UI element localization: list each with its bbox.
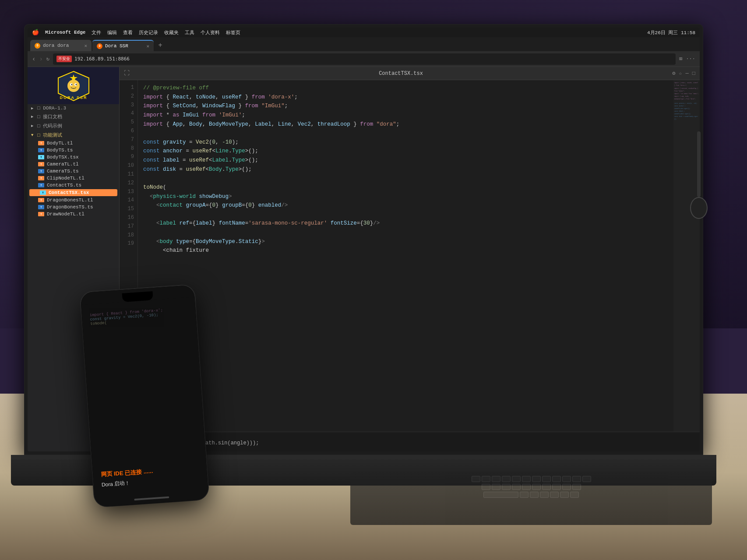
line-num-2: 2 — [120, 92, 137, 101]
new-tab-button[interactable]: + — [155, 40, 166, 51]
tree-item-dragonbonests[interactable]: T DragonBonesTS.ts — [28, 204, 119, 211]
tab-close-1[interactable]: ✕ — [84, 43, 87, 49]
reload-button[interactable]: ↻ — [46, 56, 49, 62]
back-button[interactable]: ‹ — [32, 56, 35, 63]
mic-cable — [697, 131, 701, 197]
menu-edge[interactable]: Microsoft Edge — [45, 30, 85, 35]
line-num-8: 8 — [120, 144, 137, 153]
ts-file-icon: T — [38, 205, 44, 209]
line-num-10: 10 — [120, 162, 137, 170]
tl-file-icon: T — [38, 198, 44, 202]
tab-dora-ssr[interactable]: D Dora SSR ✕ — [92, 40, 154, 51]
tree-item-camerats[interactable]: T CameraTS.ts — [28, 168, 119, 175]
tree-item-label: □ 功能测试 — [37, 132, 62, 138]
tree-item-contactts[interactable]: T ContactTS.ts — [28, 182, 119, 189]
expand-icon[interactable]: ⛶ — [124, 70, 130, 77]
code-line-5: import { App, Body, BodyMoveType, Label,… — [143, 120, 668, 129]
tree-item-cameratl[interactable]: T CameraTL.tl — [28, 161, 119, 168]
code-line-16: <label ref={label} fontName='sarasa-mono… — [143, 219, 668, 228]
tree-item-drawnodetl[interactable]: T DrawNodeTL.tl — [28, 211, 119, 218]
address-bar: ‹ › ↻ 不安全 192.168.89.151:8866 ⊞ ··· — [28, 51, 700, 67]
bottom-code-strip: t; i(angle), radius * math.sin(angle))); — [120, 432, 700, 451]
forward-button[interactable]: › — [39, 56, 42, 63]
line-num-5: 5 — [120, 118, 137, 127]
line-num-12: 12 — [120, 179, 137, 188]
menu-favorites[interactable]: 收藏夹 — [164, 29, 179, 36]
tree-item-label: CameraTL.tl — [47, 162, 79, 167]
code-content[interactable]: // @preview-file off import { React, toN… — [138, 80, 673, 432]
code-line-4: import * as ImGui from 'ImGui'; — [143, 111, 668, 120]
minimize-icon[interactable]: ─ — [686, 70, 689, 77]
tree-item-bodytsx[interactable]: T BodyTSX.tsx — [28, 154, 119, 161]
tab-close-2[interactable]: ✕ — [146, 43, 149, 49]
line-num-16: 16 — [120, 214, 137, 222]
tree-item-contacttsx[interactable]: T ContactTSX.tsx — [29, 189, 117, 196]
tree-item-code-examples[interactable]: ▶ □ 代码示例 — [28, 121, 119, 130]
tree-item-bodyts[interactable]: T BodyTS.ts — [28, 147, 119, 154]
tree-item-dragonbonestl[interactable]: T DragonBonesTL.tl — [28, 197, 119, 204]
tsx-file-icon: T — [40, 190, 46, 195]
tree-item-clipnodetl[interactable]: T ClipNodeTL.tl — [28, 175, 119, 182]
browser-menu-icon[interactable]: ··· — [686, 56, 695, 62]
tree-arrow-icon: ▶ — [31, 114, 35, 119]
tree-item-feature-tests[interactable]: ▼ □ 功能测试 — [28, 130, 119, 140]
menu-view[interactable]: 查看 — [123, 29, 133, 36]
tree-item-label: BodyTL.tl — [47, 141, 73, 146]
maximize-icon[interactable]: □ — [692, 70, 695, 77]
line-num-4: 4 — [120, 109, 137, 118]
address-field[interactable]: 不安全 192.168.89.151:8866 — [53, 53, 676, 65]
browser-settings-icon[interactable]: ⊞ — [679, 56, 682, 62]
phone-code-preview: import { React } from 'dora-x'; const gr… — [90, 306, 198, 462]
code-line-8: const anchor = useRef<Line.Type>(); — [143, 147, 668, 156]
tl-file-icon: T — [38, 162, 44, 166]
dora-logo: DORA SSR — [54, 69, 93, 102]
line-num-17: 17 — [120, 222, 137, 231]
menu-file[interactable]: 文件 — [92, 29, 101, 36]
line-num-1: 1 — [120, 84, 137, 92]
menu-edit[interactable]: 编辑 — [107, 29, 117, 36]
tree-item-label: CameraTS.ts — [47, 169, 79, 174]
laptop-keyboard-visible — [350, 472, 712, 525]
tree-item-label: BodyTSX.tsx — [47, 155, 79, 160]
security-badge: 不安全 — [56, 56, 72, 62]
code-line-10: const disk = useRef<Body.Type>(); — [143, 165, 668, 174]
menu-history[interactable]: 历史记录 — [139, 29, 158, 36]
tree-item-bodytl[interactable]: T BodyTL.tl — [28, 140, 119, 147]
microphone-stand — [686, 131, 712, 219]
code-line-14: <contact groupA={0} groupB={0} enabled/> — [143, 201, 668, 210]
menu-tools[interactable]: 工具 — [185, 29, 194, 36]
code-line-1: // @preview-file off — [143, 84, 668, 93]
tab-dora-dora[interactable]: D dora dora ✕ — [30, 40, 92, 51]
svg-point-6 — [75, 84, 77, 85]
logo-area: DORA SSR — [28, 67, 119, 104]
editor-toolbar: ⛶ ContactTSX.tsx ⚙ ☆ ─ □ — [120, 67, 700, 80]
line-num-3: 3 — [120, 101, 137, 110]
menu-tabs[interactable]: 标签页 — [226, 29, 240, 36]
line-num-9: 9 — [120, 153, 137, 162]
ts-file-icon: T — [38, 169, 44, 173]
tree-item-dora13[interactable]: ▶ □ DORA-1.3 — [28, 104, 119, 112]
tree-item-label: DragonBonesTL.tl — [47, 197, 93, 203]
star-icon[interactable]: ☆ — [679, 70, 682, 77]
phone-container: import { React } from 'dora-x'; const gr… — [80, 285, 209, 507]
tree-item-label: ContactTS.ts — [47, 183, 81, 188]
tree-item-label: □ 代码示例 — [37, 123, 62, 129]
line-num-13: 13 — [120, 188, 137, 197]
code-area: 1 2 3 4 5 6 7 8 9 10 11 12 13 — [120, 80, 700, 432]
code-line-7: const gravity = Vec2(0, -10); — [143, 138, 668, 147]
address-text: 192.168.89.151:8866 — [74, 56, 130, 62]
tree-item-label: □ DORA-1.3 — [37, 106, 66, 111]
apple-logo-icon: 🍎 — [32, 29, 39, 36]
tab-label-1: dora dora — [43, 43, 69, 48]
code-line-6 — [143, 129, 668, 138]
menu-profile[interactable]: 个人资料 — [201, 29, 220, 36]
line-num-6: 6 — [120, 127, 137, 136]
bottom-code-line-2: i(angle), radius * math.sin(angle))); — [142, 440, 677, 446]
mic-head — [690, 197, 708, 219]
browser-tab-bar: D dora dora ✕ D Dora SSR ✕ + — [28, 37, 700, 51]
code-line-19: <chain fixture — [143, 246, 668, 255]
phone-screen-bezel: import { React } from 'dora-x'; const gr… — [80, 285, 209, 507]
settings-icon[interactable]: ⚙ — [672, 70, 675, 77]
tree-item-interface-docs[interactable]: ▶ □ 接口文档 — [28, 112, 119, 121]
code-line-2: import { React, toNode, useRef } from 'd… — [143, 93, 668, 102]
